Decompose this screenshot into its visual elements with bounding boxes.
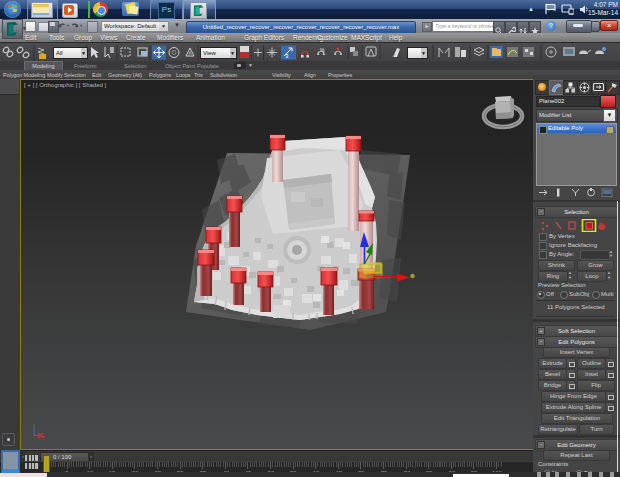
svg-text:%: % <box>320 47 325 53</box>
